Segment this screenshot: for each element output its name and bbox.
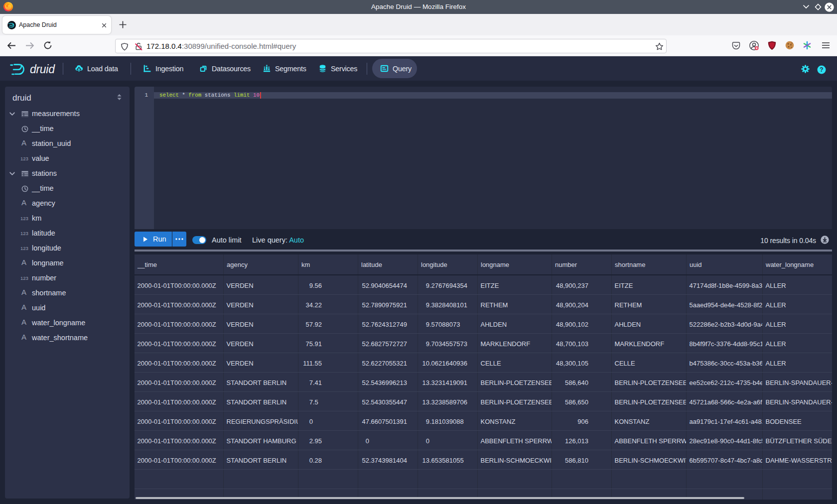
- svg-text:?: ?: [820, 66, 823, 73]
